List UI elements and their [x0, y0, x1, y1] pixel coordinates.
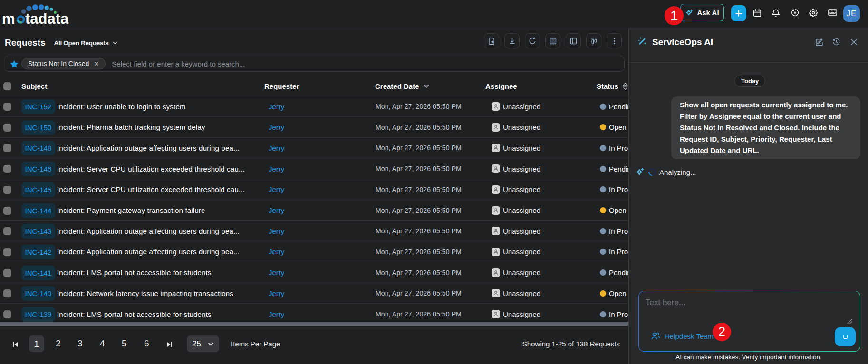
svg-text:tadata: tadata [25, 10, 69, 27]
svg-text:m: m [2, 10, 15, 27]
